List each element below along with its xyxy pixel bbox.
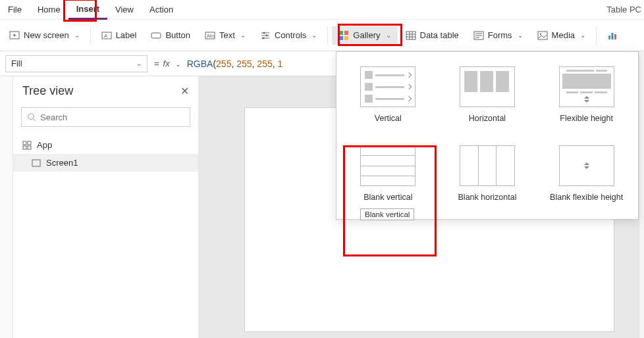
text-button[interactable]: Abc Text ⌄ — [198, 26, 252, 45]
gallery-option-horizontal[interactable]: Horizontal — [444, 64, 531, 126]
svg-point-13 — [262, 37, 264, 39]
chevron-down-icon: ⌄ — [311, 32, 317, 39]
chevron-down-icon: ⌄ — [518, 32, 523, 39]
new-screen-label: New screen — [24, 30, 69, 40]
svg-rect-17 — [344, 36, 348, 40]
formula-input[interactable]: RGBA(255, 255, 255, 1 — [187, 59, 283, 69]
property-selector[interactable]: Fill ⌄ — [5, 55, 148, 72]
controls-icon — [260, 30, 271, 41]
svg-rect-38 — [32, 160, 40, 166]
svg-point-11 — [265, 34, 267, 36]
menu-action[interactable]: Action — [142, 1, 181, 18]
svg-rect-34 — [23, 141, 26, 145]
chart-button[interactable] — [601, 26, 620, 45]
thumb-vertical — [360, 66, 416, 107]
search-input[interactable] — [40, 112, 184, 122]
label-btn-label: Label — [116, 30, 137, 40]
gallery-option-label: Vertical — [375, 114, 402, 123]
thumb-blank-horizontal — [460, 145, 515, 186]
context-label: Table PC — [606, 5, 644, 14]
close-icon[interactable]: ✕ — [180, 85, 189, 97]
chevron-down-icon: ⌄ — [136, 60, 142, 67]
gallery-option-flexible[interactable]: Flexible height — [543, 64, 630, 126]
button-btn-label: Button — [165, 30, 190, 40]
svg-line-33 — [34, 119, 36, 122]
gallery-icon — [338, 30, 349, 41]
forms-button[interactable]: Forms ⌄ — [467, 26, 529, 45]
thumb-flexible — [559, 66, 614, 107]
label-button[interactable]: A Label — [95, 26, 144, 45]
new-screen-button[interactable]: New screen ⌄ — [3, 26, 86, 45]
forms-btn-label: Forms — [488, 30, 512, 40]
data-table-button[interactable]: Data table — [399, 26, 466, 45]
chevron-down-icon: ⌄ — [580, 32, 585, 39]
menu-insert[interactable]: Insert — [68, 0, 107, 20]
svg-point-28 — [539, 33, 541, 34]
chevron-down-icon: ⌄ — [386, 32, 391, 39]
right-panel-collapsed[interactable] — [639, 51, 644, 338]
button-icon — [151, 30, 161, 41]
svg-rect-18 — [406, 32, 416, 39]
chevron-down-icon: ⌄ — [240, 32, 246, 39]
text-icon: Abc — [205, 30, 215, 41]
svg-rect-5 — [151, 33, 161, 38]
chart-icon — [607, 30, 618, 41]
gallery-option-label: Blank vertical — [363, 193, 412, 202]
svg-rect-31 — [614, 34, 616, 39]
chevron-down-icon: ⌄ — [74, 32, 80, 39]
gallery-button[interactable]: Gallery ⌄ — [332, 26, 397, 45]
forms-icon — [473, 30, 484, 41]
svg-text:Abc: Abc — [207, 34, 215, 38]
text-btn-label: Text — [219, 30, 235, 40]
svg-point-32 — [28, 114, 34, 120]
tooltip: Blank vertical — [360, 208, 414, 220]
svg-rect-36 — [23, 146, 26, 149]
gallery-dropdown: Vertical Horizontal Flexible height Blan… — [336, 51, 639, 220]
media-button[interactable]: Media ⌄ — [531, 26, 592, 45]
formula-fn: RGBA — [187, 59, 213, 69]
app-icon — [22, 141, 32, 150]
search-icon — [27, 112, 36, 122]
property-name: Fill — [11, 59, 22, 68]
gallery-option-label: Flexible height — [560, 114, 613, 123]
new-screen-icon — [9, 30, 20, 41]
menu-home[interactable]: Home — [30, 1, 68, 18]
insert-toolbar: New screen ⌄ A Label Button Abc Text ⌄ C… — [0, 20, 644, 51]
tree-search[interactable] — [21, 107, 190, 127]
tree-item-label: Screen1 — [46, 158, 78, 168]
data-table-label: Data table — [420, 30, 459, 40]
svg-text:A: A — [104, 33, 108, 39]
data-table-icon — [406, 30, 416, 41]
gallery-option-vertical[interactable]: Vertical — [344, 64, 432, 126]
svg-rect-29 — [608, 36, 610, 39]
tree-view-panel: Tree view ✕ App Screen1 — [13, 76, 199, 338]
svg-rect-14 — [339, 31, 343, 35]
tree-item-app[interactable]: App — [13, 136, 198, 154]
menu-file[interactable]: File — [0, 1, 30, 18]
svg-rect-35 — [28, 141, 31, 145]
gallery-option-blank-vertical[interactable]: Blank vertical Blank vertical — [344, 143, 432, 205]
fx-label: = fx⌄ — [154, 59, 180, 68]
gallery-option-label: Horizontal — [469, 114, 506, 123]
thumb-blank-flexible — [559, 145, 614, 186]
svg-rect-37 — [28, 146, 31, 149]
controls-button[interactable]: Controls ⌄ — [254, 26, 323, 45]
tree-item-screen1[interactable]: Screen1 — [13, 154, 198, 172]
gallery-option-blank-horizontal[interactable]: Blank horizontal — [444, 143, 531, 205]
media-icon — [537, 30, 548, 41]
tree-item-label: App — [37, 140, 52, 150]
media-btn-label: Media — [552, 30, 575, 40]
svg-rect-30 — [612, 33, 614, 39]
menubar: File Home Insert View Action Table PC — [0, 0, 644, 20]
tree-title: Tree view — [22, 84, 73, 98]
gallery-btn-label: Gallery — [353, 30, 380, 40]
controls-btn-label: Controls — [275, 30, 306, 40]
svg-rect-16 — [339, 36, 343, 40]
gallery-option-blank-flexible[interactable]: Blank flexible height — [543, 143, 630, 205]
gallery-option-label: Blank flexible height — [550, 193, 623, 202]
button-button[interactable]: Button — [144, 26, 197, 45]
left-rail[interactable] — [0, 76, 13, 338]
menu-view[interactable]: View — [107, 1, 142, 18]
svg-point-9 — [263, 32, 265, 34]
gallery-option-label: Blank horizontal — [458, 193, 517, 202]
